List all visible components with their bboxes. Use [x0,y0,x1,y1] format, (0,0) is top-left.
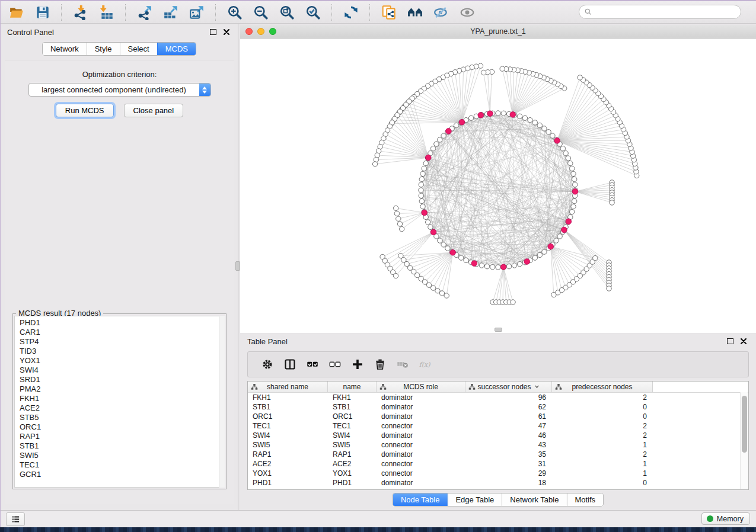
cell: 2 [552,422,653,430]
first-neighbors-icon[interactable] [407,4,423,21]
node-table: shared namenameMCDS rolesuccessor nodesp… [247,381,749,490]
function-builder-icon[interactable]: f(x) [419,358,432,371]
tab-select[interactable]: Select [120,43,157,55]
panel-splitter-handle[interactable] [235,261,240,271]
delete-column-icon[interactable] [396,358,409,371]
deselect-all-icon[interactable] [328,358,342,371]
export-table-icon[interactable] [162,4,179,21]
result-node[interactable]: TEC1 [20,460,224,470]
result-node[interactable]: STB1 [20,441,224,451]
network-canvas[interactable] [240,38,755,332]
result-node[interactable]: ACE2 [20,403,224,413]
open-session-icon[interactable] [8,4,25,21]
table-row[interactable]: SWI4SWI4dominator462 [248,431,748,440]
show-columns-icon[interactable] [283,358,296,371]
tab-node-table[interactable]: Node Table [393,493,448,506]
import-network-icon[interactable] [72,4,89,21]
search-input[interactable] [592,6,741,18]
result-node[interactable]: PHD1 [20,318,224,328]
column-header-shared-name[interactable]: shared name [248,382,328,392]
result-node[interactable]: PMA2 [20,384,224,394]
task-history-button[interactable] [6,512,25,526]
delete-row-icon[interactable] [374,358,387,371]
float-panel-icon[interactable] [210,29,216,35]
mcds-result-list[interactable]: PHD1CAR1STP4TID3YOX1SWI4SRD1PMA2FKH1ACE2… [14,316,225,488]
search-box[interactable] [579,5,741,19]
result-node[interactable]: SWI5 [20,451,224,460]
tab-edge-table[interactable]: Edge Table [447,493,502,506]
column-namespace-icon [555,383,562,390]
network-window-titlebar[interactable]: YPA_prune.txt_1 [240,25,756,39]
show-all-icon[interactable] [459,4,476,21]
cell: ACE2 [328,460,377,468]
table-row[interactable]: RAP1RAP1dominator352 [248,450,748,459]
import-table-icon[interactable] [98,4,115,21]
cell: ACE2 [248,460,328,468]
result-node[interactable]: SWI4 [20,366,224,375]
zoom-fit-icon[interactable] [279,4,295,21]
run-mcds-button[interactable]: Run MCDS [56,104,114,117]
export-image-icon[interactable] [189,4,205,21]
criterion-select[interactable]: largest connected component (undirected) [28,83,211,97]
table-row[interactable]: ORC1ORC1dominator610 [248,412,748,421]
tab-network[interactable]: Network [43,43,87,55]
result-node[interactable]: CAR1 [20,328,224,337]
column-header-successor-nodes[interactable]: successor nodes [465,382,552,392]
memory-button[interactable]: Memory [701,512,750,525]
tab-motifs[interactable]: Motifs [566,493,603,506]
network-scrollbar-handle[interactable] [495,328,502,332]
result-list-scrollbar[interactable] [219,316,225,488]
result-node[interactable]: SRD1 [20,375,224,384]
cell: FKH1 [248,393,328,402]
table-row[interactable]: YOX1YOX1connector291 [248,469,748,478]
control-panel-title: Control Panel [7,28,54,37]
select-all-icon[interactable] [306,358,319,371]
result-node[interactable]: FKH1 [20,394,224,403]
zoom-selected-icon[interactable] [305,4,321,21]
mcds-result-groupbox: MCDS result (17 nodes) PHD1CAR1STP4TID3Y… [12,313,227,489]
result-node[interactable]: ORC1 [20,422,224,432]
list-icon [11,515,21,524]
tab-network-table[interactable]: Network Table [502,493,566,506]
toolbar-separator [125,4,126,21]
table-row[interactable]: FKH1FKH1dominator962 [248,393,748,402]
close-table-panel-icon[interactable] [741,338,747,344]
column-header-name[interactable]: name [328,382,377,392]
cell: 1 [552,441,653,449]
result-node[interactable]: TID3 [20,347,224,356]
save-session-icon[interactable] [34,4,51,21]
apply-layout-icon[interactable] [343,4,359,21]
table-scrollbar[interactable] [740,392,748,489]
table-row[interactable]: SWI5SWI5connector431 [248,440,748,450]
export-network-icon[interactable] [136,4,153,21]
result-node[interactable]: GCR1 [20,470,224,479]
result-node[interactable]: YOX1 [20,356,224,366]
close-panel-icon[interactable] [224,29,229,35]
table-settings-icon[interactable] [261,358,274,371]
result-node[interactable]: STP4 [20,337,224,347]
close-panel-button[interactable]: Close panel [124,104,184,117]
hide-selected-icon[interactable] [433,4,449,21]
cell: ORC1 [248,412,328,421]
zoom-out-icon[interactable] [253,4,269,21]
new-network-from-selection-icon[interactable] [381,4,397,21]
add-row-icon[interactable] [351,358,364,371]
result-node[interactable]: RAP1 [20,432,224,441]
result-node[interactable]: STB5 [20,413,224,422]
float-table-panel-icon[interactable] [727,338,733,344]
cell: 2 [552,431,653,440]
table-row[interactable]: STB1STB1dominator620 [248,402,748,412]
column-header-MCDS-role[interactable]: MCDS role [377,382,465,392]
tab-mcds[interactable]: MCDS [157,43,196,55]
memory-label: Memory [717,515,744,523]
zoom-in-icon[interactable] [227,4,243,21]
column-header-predecessor-nodes[interactable]: predecessor nodes [552,382,653,392]
table-row[interactable]: ACE2ACE2connector311 [248,459,748,469]
tab-style[interactable]: Style [87,43,120,55]
table-header-row: shared namenameMCDS rolesuccessor nodesp… [248,382,748,393]
table-scrollbar-thumb[interactable] [742,396,747,453]
column-namespace-icon [379,383,387,390]
table-row[interactable]: PHD1PHD1dominator180 [248,478,748,488]
toolbar-separator [331,4,333,21]
table-row[interactable]: TEC1TEC1connector472 [248,421,748,431]
